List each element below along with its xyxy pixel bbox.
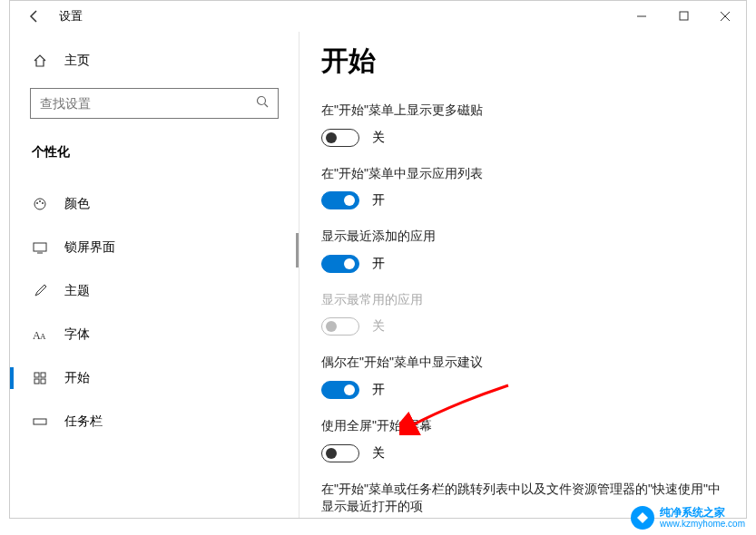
search-box[interactable] xyxy=(30,88,279,119)
sidebar-item-taskbar[interactable]: 任务栏 xyxy=(10,400,299,443)
sidebar-item-lockscreen[interactable]: 锁屏界面 xyxy=(10,226,299,269)
toggle-recent-apps[interactable] xyxy=(321,255,359,273)
svg-point-7 xyxy=(42,202,44,204)
setting-fullscreen: 使用全屏"开始"屏幕 关 xyxy=(321,417,724,462)
sidebar-item-label: 主题 xyxy=(64,283,90,299)
toggle-more-tiles[interactable] xyxy=(321,129,359,147)
svg-line-3 xyxy=(265,104,269,108)
nav-list: 颜色 锁屏界面 主题 AA xyxy=(10,173,299,443)
sidebar-item-label: 锁屏界面 xyxy=(64,239,115,256)
setting-more-tiles: 在"开始"菜单上显示更多磁贴 关 xyxy=(321,102,724,147)
minimize-button[interactable] xyxy=(621,1,663,32)
home-label: 主页 xyxy=(64,53,90,69)
svg-rect-1 xyxy=(680,12,688,20)
font-icon: AA xyxy=(32,326,48,343)
start-icon xyxy=(32,370,48,386)
svg-rect-14 xyxy=(34,379,39,384)
window-title: 设置 xyxy=(59,8,83,24)
sidebar-item-label: 开始 xyxy=(64,370,90,386)
sidebar-item-color[interactable]: 颜色 xyxy=(10,182,299,226)
category-label: 个性化 xyxy=(10,135,299,173)
main-panel: 开始 在"开始"菜单上显示更多磁贴 关 在"开始"菜单中显示应用列表 开 显示最… xyxy=(299,32,746,518)
toggle-most-used xyxy=(321,317,359,336)
brush-icon xyxy=(32,283,48,299)
setting-app-list: 在"开始"菜单中显示应用列表 开 xyxy=(321,165,724,210)
close-icon xyxy=(720,11,731,22)
search-icon xyxy=(256,95,269,112)
sidebar: 主页 个性化 颜色 xyxy=(10,32,299,518)
close-button[interactable] xyxy=(704,1,746,32)
maximize-icon xyxy=(679,11,689,21)
sidebar-item-label: 颜色 xyxy=(64,196,90,212)
toggle-state: 关 xyxy=(372,130,385,146)
content-area: 主页 个性化 颜色 xyxy=(10,32,746,518)
page-title: 开始 xyxy=(321,43,724,80)
toggle-app-list[interactable] xyxy=(321,191,359,209)
toggle-state: 关 xyxy=(372,445,385,462)
setting-label: 偶尔在"开始"菜单中显示建议 xyxy=(321,354,724,372)
svg-rect-13 xyxy=(41,373,45,377)
toggle-state: 关 xyxy=(372,318,385,335)
svg-text:A: A xyxy=(40,332,46,341)
settings-window: 设置 主页 xyxy=(9,0,747,519)
setting-label: 显示最常用的应用 xyxy=(321,291,724,309)
minimize-icon xyxy=(636,11,647,22)
setting-recent-apps: 显示最近添加的应用 开 xyxy=(321,228,724,273)
sidebar-item-start[interactable]: 开始 xyxy=(10,356,299,400)
toggle-fullscreen[interactable] xyxy=(321,444,359,462)
arrow-left-icon xyxy=(27,9,42,24)
svg-point-6 xyxy=(39,200,41,202)
window-controls xyxy=(621,1,746,32)
setting-label: 使用全屏"开始"屏幕 xyxy=(321,417,724,435)
setting-label: 在"开始"菜单中显示应用列表 xyxy=(321,165,724,183)
sidebar-item-theme[interactable]: 主题 xyxy=(10,269,299,313)
setting-label: 在"开始"菜单上显示更多磁贴 xyxy=(321,102,724,120)
setting-label: 显示最近添加的应用 xyxy=(321,228,724,246)
svg-rect-12 xyxy=(34,373,39,377)
setting-suggestions: 偶尔在"开始"菜单中显示建议 开 xyxy=(321,354,724,399)
sidebar-item-font[interactable]: AA 字体 xyxy=(10,313,299,356)
watermark-logo-icon xyxy=(631,506,654,530)
svg-rect-15 xyxy=(41,379,45,384)
svg-rect-8 xyxy=(34,243,46,251)
watermark-url: www.kzmyhome.com xyxy=(660,519,745,529)
svg-point-2 xyxy=(258,97,266,105)
toggle-state: 开 xyxy=(372,192,385,209)
toggle-state: 开 xyxy=(372,382,385,398)
home-button[interactable]: 主页 xyxy=(10,41,299,81)
watermark-text: 纯净系统之家 xyxy=(660,507,745,519)
maximize-button[interactable] xyxy=(663,1,704,32)
monitor-icon xyxy=(32,239,48,256)
taskbar-icon xyxy=(32,413,48,430)
setting-most-used: 显示最常用的应用 关 xyxy=(321,291,724,336)
svg-rect-16 xyxy=(34,419,46,424)
toggle-suggestions[interactable] xyxy=(321,381,359,399)
svg-point-4 xyxy=(34,199,45,209)
toggle-state: 开 xyxy=(372,256,385,272)
watermark: 纯净系统之家 www.kzmyhome.com xyxy=(631,506,745,530)
sidebar-item-label: 字体 xyxy=(64,326,90,343)
search-input[interactable] xyxy=(40,96,256,111)
back-button[interactable] xyxy=(17,1,52,32)
sidebar-item-label: 任务栏 xyxy=(64,413,103,430)
titlebar: 设置 xyxy=(10,1,746,32)
home-icon xyxy=(32,53,48,69)
palette-icon xyxy=(32,196,48,212)
svg-point-5 xyxy=(36,202,38,204)
